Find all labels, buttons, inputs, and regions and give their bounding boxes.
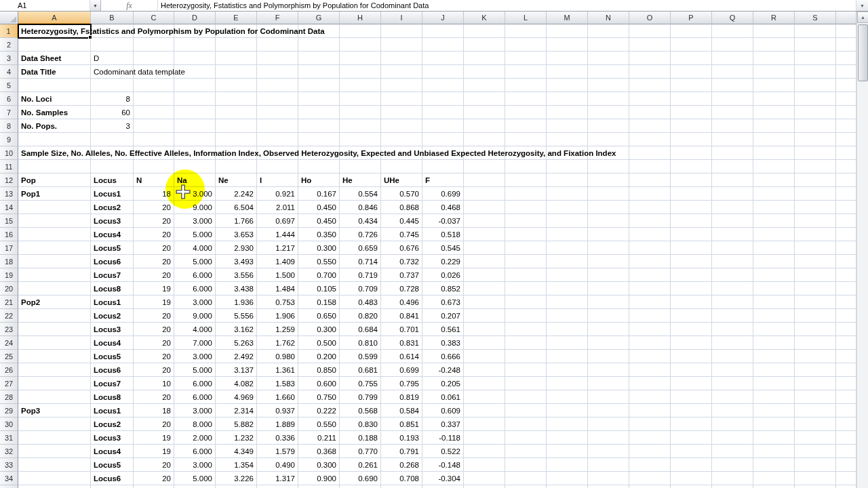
cell-A29[interactable]: Pop3 bbox=[18, 404, 91, 418]
row-header-34[interactable]: 34 bbox=[0, 472, 18, 485]
cell-Q2[interactable] bbox=[712, 38, 753, 52]
cell-B27[interactable]: Locus7 bbox=[91, 377, 134, 390]
cell-K12[interactable] bbox=[464, 174, 505, 187]
cell-E35[interactable] bbox=[216, 485, 257, 488]
cell-N17[interactable] bbox=[588, 241, 629, 255]
cell-R28[interactable] bbox=[753, 390, 795, 404]
cell-K34[interactable] bbox=[464, 472, 505, 485]
cell-E14[interactable]: 6.504 bbox=[216, 201, 257, 214]
cell-I12[interactable]: UHe bbox=[381, 174, 422, 187]
cell-B23[interactable]: Locus3 bbox=[91, 323, 134, 336]
cell-Q10[interactable] bbox=[712, 146, 753, 160]
cell-M3[interactable] bbox=[547, 52, 588, 65]
cell-O19[interactable] bbox=[629, 268, 671, 282]
cell-J28[interactable]: 0.061 bbox=[422, 390, 464, 404]
cell-I35[interactable] bbox=[381, 485, 422, 488]
cell-T1[interactable] bbox=[836, 24, 856, 38]
column-header-K[interactable]: K bbox=[464, 12, 505, 24]
cell-A21[interactable]: Pop2 bbox=[18, 296, 91, 309]
cell-K35[interactable] bbox=[464, 485, 505, 488]
cell-T26[interactable] bbox=[836, 363, 856, 377]
cell-P2[interactable] bbox=[671, 38, 712, 52]
cell-O26[interactable] bbox=[629, 363, 671, 377]
cell-Q5[interactable] bbox=[712, 79, 753, 92]
cell-T18[interactable] bbox=[836, 255, 856, 268]
cell-C32[interactable]: 19 bbox=[134, 445, 174, 458]
cell-A18[interactable] bbox=[18, 255, 91, 268]
cell-K7[interactable] bbox=[464, 106, 505, 119]
cell-I1[interactable] bbox=[381, 24, 422, 38]
cell-N9[interactable] bbox=[588, 133, 629, 146]
cell-C16[interactable]: 20 bbox=[134, 228, 174, 241]
cell-J23[interactable]: 0.561 bbox=[422, 323, 464, 336]
cell-P24[interactable] bbox=[671, 336, 712, 350]
cell-D8[interactable] bbox=[174, 119, 216, 133]
cell-T34[interactable] bbox=[836, 472, 856, 485]
cell-E11[interactable] bbox=[216, 160, 257, 174]
cell-F26[interactable]: 1.361 bbox=[257, 363, 298, 377]
cell-N24[interactable] bbox=[588, 336, 629, 350]
cell-N34[interactable] bbox=[588, 472, 629, 485]
cell-N19[interactable] bbox=[588, 268, 629, 282]
cell-R13[interactable] bbox=[753, 187, 795, 201]
cell-C6[interactable] bbox=[134, 92, 174, 106]
scrollbar-thumb[interactable] bbox=[858, 24, 868, 81]
cell-G25[interactable]: 0.200 bbox=[298, 350, 340, 363]
cell-O29[interactable] bbox=[629, 404, 671, 418]
cell-Q21[interactable] bbox=[712, 296, 753, 309]
cell-Q13[interactable] bbox=[712, 187, 753, 201]
cell-N12[interactable] bbox=[588, 174, 629, 187]
cell-N16[interactable] bbox=[588, 228, 629, 241]
cell-J31[interactable]: -0.118 bbox=[422, 431, 464, 445]
cell-I8[interactable] bbox=[381, 119, 422, 133]
cell-L22[interactable] bbox=[505, 309, 547, 323]
column-header-G[interactable]: G bbox=[298, 12, 340, 24]
cell-T21[interactable] bbox=[836, 296, 856, 309]
column-header-F[interactable]: F bbox=[257, 12, 298, 24]
cell-S34[interactable] bbox=[795, 472, 836, 485]
cell-L2[interactable] bbox=[505, 38, 547, 52]
cell-S9[interactable] bbox=[795, 133, 836, 146]
cell-Q6[interactable] bbox=[712, 92, 753, 106]
row-header-33[interactable]: 33 bbox=[0, 458, 18, 472]
cell-S26[interactable] bbox=[795, 363, 836, 377]
cell-Q1[interactable] bbox=[712, 24, 753, 38]
cell-L34[interactable] bbox=[505, 472, 547, 485]
cell-L25[interactable] bbox=[505, 350, 547, 363]
cell-C30[interactable]: 20 bbox=[134, 418, 174, 431]
vertical-scrollbar[interactable]: ▲ bbox=[856, 12, 868, 488]
cell-L12[interactable] bbox=[505, 174, 547, 187]
cell-B13[interactable]: Locus1 bbox=[91, 187, 134, 201]
cell-S12[interactable] bbox=[795, 174, 836, 187]
cell-L30[interactable] bbox=[505, 418, 547, 431]
cell-G19[interactable]: 0.700 bbox=[298, 268, 340, 282]
cell-P15[interactable] bbox=[671, 214, 712, 228]
cell-P33[interactable] bbox=[671, 458, 712, 472]
cell-P9[interactable] bbox=[671, 133, 712, 146]
row-header-13[interactable]: 13 bbox=[0, 187, 18, 201]
cell-P17[interactable] bbox=[671, 241, 712, 255]
cell-L35[interactable] bbox=[505, 485, 547, 488]
cell-N13[interactable] bbox=[588, 187, 629, 201]
cell-B22[interactable]: Locus2 bbox=[91, 309, 134, 323]
cell-K2[interactable] bbox=[464, 38, 505, 52]
cell-M27[interactable] bbox=[547, 377, 588, 390]
cell-I3[interactable] bbox=[381, 52, 422, 65]
cell-B5[interactable] bbox=[91, 79, 134, 92]
cell-C25[interactable]: 20 bbox=[134, 350, 174, 363]
cell-P13[interactable] bbox=[671, 187, 712, 201]
cell-H18[interactable]: 0.714 bbox=[340, 255, 381, 268]
cell-G33[interactable]: 0.300 bbox=[298, 458, 340, 472]
cell-H29[interactable]: 0.568 bbox=[340, 404, 381, 418]
cell-F3[interactable] bbox=[257, 52, 298, 65]
cell-G7[interactable] bbox=[298, 106, 340, 119]
cell-H25[interactable]: 0.599 bbox=[340, 350, 381, 363]
cell-L8[interactable] bbox=[505, 119, 547, 133]
cell-E28[interactable]: 4.969 bbox=[216, 390, 257, 404]
row-header-19[interactable]: 19 bbox=[0, 268, 18, 282]
cell-O22[interactable] bbox=[629, 309, 671, 323]
cell-E2[interactable] bbox=[216, 38, 257, 52]
cell-N6[interactable] bbox=[588, 92, 629, 106]
cell-K11[interactable] bbox=[464, 160, 505, 174]
cell-G18[interactable]: 0.550 bbox=[298, 255, 340, 268]
